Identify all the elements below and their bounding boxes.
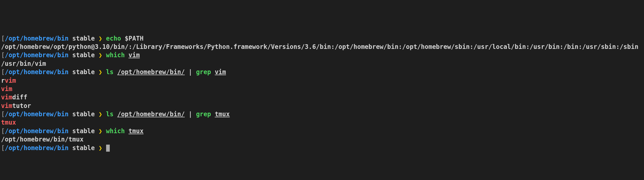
command-arg	[114, 111, 117, 118]
pipe-operator: |	[185, 111, 196, 118]
output-line: vimtutor	[1, 102, 643, 110]
command-name: grep	[196, 111, 211, 118]
command-line: [/opt/homebrew/bin stable ❯ echo $PATH	[1, 34, 643, 43]
command-line: [/opt/homebrew/bin stable ❯ which vim	[1, 51, 643, 59]
command-name: ls	[106, 111, 114, 118]
cursor	[106, 145, 110, 151]
command-arg: tmux	[215, 111, 230, 118]
command-name: echo	[106, 35, 121, 42]
output-line: vim	[1, 85, 643, 93]
command-name: which	[106, 52, 125, 59]
prompt-path: /opt/homebrew/bin	[5, 144, 68, 152]
prompt-bracket-open: [	[1, 35, 5, 42]
grep-match: vim	[1, 102, 12, 110]
prompt-symbol: ❯	[99, 52, 102, 59]
prompt-branch: stable	[72, 144, 95, 152]
prompt-path: /opt/homebrew/bin	[5, 35, 68, 42]
output-text: tutor	[12, 102, 31, 110]
output-line: vimdiff	[1, 93, 643, 101]
command-name: ls	[106, 68, 114, 76]
command-name: which	[106, 127, 125, 135]
command-arg	[114, 68, 117, 76]
grep-match: vim	[1, 85, 12, 93]
prompt-path: /opt/homebrew/bin	[5, 127, 68, 135]
command-arg: vim	[215, 68, 226, 76]
prompt-bracket-open: [	[1, 144, 5, 152]
command-arg	[211, 68, 215, 76]
command-arg	[211, 111, 215, 118]
prompt-path: /opt/homebrew/bin	[5, 68, 68, 76]
output-line: /usr/bin/vim	[1, 60, 643, 68]
command-arg	[125, 127, 128, 135]
prompt-symbol: ❯	[99, 35, 102, 42]
pipe-operator: |	[185, 68, 196, 76]
prompt-bracket-open: [	[1, 52, 5, 59]
prompt-symbol: ❯	[99, 144, 102, 152]
command-name: grep	[196, 68, 211, 76]
active-prompt-line[interactable]: [/opt/homebrew/bin stable ❯	[1, 144, 643, 152]
prompt-branch: stable	[72, 68, 95, 76]
command-arg: $PATH	[121, 35, 143, 42]
prompt-symbol: ❯	[99, 68, 102, 76]
command-line: [/opt/homebrew/bin stable ❯ ls /opt/home…	[1, 110, 643, 118]
prompt-branch: stable	[72, 52, 95, 59]
prompt-path: /opt/homebrew/bin	[5, 111, 68, 118]
terminal-output[interactable]: [/opt/homebrew/bin stable ❯ echo $PATH/o…	[1, 34, 643, 152]
output-line: /opt/homebrew/bin/tmux	[1, 135, 643, 144]
grep-match: vim	[5, 77, 16, 84]
grep-match: tmux	[1, 119, 16, 126]
command-arg: tmux	[128, 127, 143, 135]
prompt-bracket-open: [	[1, 127, 5, 135]
output-line: tmux	[1, 118, 643, 127]
prompt-symbol: ❯	[99, 127, 102, 135]
output-text: diff	[12, 94, 27, 101]
prompt-bracket-open: [	[1, 111, 5, 118]
prompt-path: /opt/homebrew/bin	[5, 52, 68, 59]
command-arg	[125, 52, 128, 59]
command-arg: /opt/homebrew/bin/	[117, 68, 185, 76]
output-line: /opt/homebrew/opt/python@3.10/bin/:/Libr…	[1, 43, 643, 51]
command-line: [/opt/homebrew/bin stable ❯ which tmux	[1, 127, 643, 135]
command-line: [/opt/homebrew/bin stable ❯ ls /opt/home…	[1, 68, 643, 76]
output-line: rvim	[1, 76, 643, 85]
output-text: r	[1, 77, 5, 84]
prompt-bracket-open: [	[1, 68, 5, 76]
prompt-branch: stable	[72, 127, 95, 135]
prompt-symbol: ❯	[99, 111, 102, 118]
grep-match: vim	[1, 94, 12, 101]
command-arg: /opt/homebrew/bin/	[117, 111, 185, 118]
prompt-branch: stable	[72, 111, 95, 118]
command-arg: vim	[128, 52, 140, 59]
prompt-branch: stable	[72, 35, 95, 42]
